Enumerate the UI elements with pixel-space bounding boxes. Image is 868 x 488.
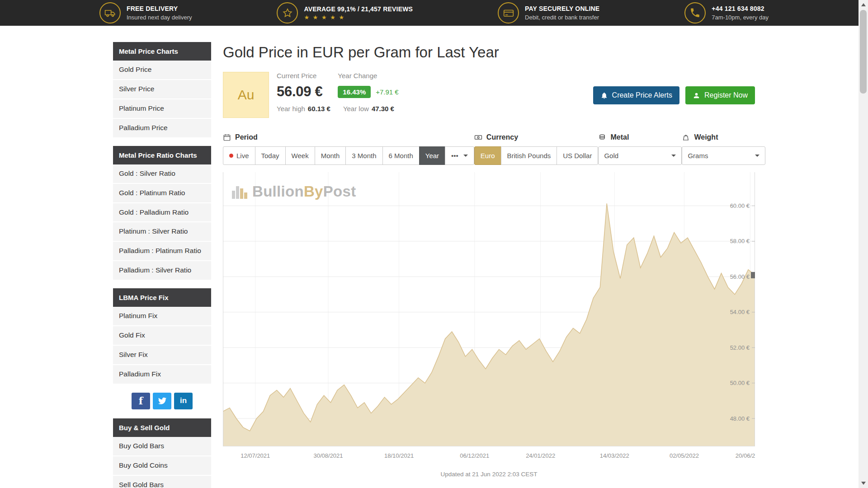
sidebar-item-gold-palladium-ratio[interactable]: Gold : Palladium Ratio	[113, 203, 211, 223]
sidebar-item-palladium-price[interactable]: Palladium Price	[113, 119, 211, 138]
sidebar-item-gold-fix[interactable]: Gold Fix	[113, 326, 211, 346]
svg-text:48.00 €: 48.00 €	[730, 415, 750, 422]
sidebar-item-palladium-silver-ratio[interactable]: Palladium : Silver Ratio	[113, 261, 211, 281]
metal-control: Metal Gold	[598, 133, 682, 165]
sidebar-item-silver-price[interactable]: Silver Price	[113, 80, 211, 99]
currency-gbp-button[interactable]: British Pounds	[501, 146, 557, 165]
period-3month-button[interactable]: 3 Month	[345, 146, 382, 165]
period-more-button[interactable]: •••	[445, 146, 474, 165]
metal-label: Metal	[598, 133, 682, 141]
topbar-title: FREE DELIVERY	[127, 5, 192, 12]
sidebar-section-lbma-price-fix: LBMA Price Fix Platinum Fix Gold Fix Sil…	[113, 288, 211, 385]
up-triangle-icon	[861, 3, 866, 6]
element-symbol-badge: Au	[223, 72, 269, 118]
sidebar-header-buy-sell-gold: Buy & Sell Gold	[113, 418, 211, 437]
period-6month-button[interactable]: 6 Month	[382, 146, 420, 165]
topbar-subtitle: Debit, credit or bank transfer	[525, 14, 599, 21]
page-title: Gold Price in EUR per Gram for Last Year	[223, 44, 755, 61]
topbar-title: PAY SECURELY ONLINE	[525, 5, 599, 12]
sidebar: Metal Price Charts Gold Price Silver Pri…	[113, 42, 211, 488]
topbar-item-reviews: AVERAGE 99,1% / 21,457 REVIEWS ★ ★ ★ ★ ★	[277, 2, 413, 23]
sidebar-header-lbma-price-fix: LBMA Price Fix	[113, 288, 211, 307]
sidebar-item-palladium-fix[interactable]: Palladium Fix	[113, 365, 211, 385]
year-low: Year low47.30 €	[343, 105, 394, 113]
register-now-button[interactable]: Register Now	[685, 86, 755, 104]
price-chart-svg: 60.00 €58.00 €56.00 €54.00 €52.00 €50.00…	[223, 172, 755, 464]
sidebar-item-silver-fix[interactable]: Silver Fix	[113, 346, 211, 365]
svg-text:20/06/2022: 20/06/2022	[736, 452, 755, 459]
linkedin-glyph: in	[180, 396, 187, 405]
currency-usd-button[interactable]: US Dollar	[557, 146, 598, 165]
sidebar-item-buy-gold-coins[interactable]: Buy Gold Coins	[113, 456, 211, 476]
period-control: Period Live Today Week Month 3 Month 6 M…	[223, 133, 474, 165]
chart-updated-timestamp: Updated at 21 Jun 2022 2:03 CEST	[223, 471, 755, 478]
period-week-button[interactable]: Week	[285, 146, 315, 165]
weight-label: Weight	[682, 133, 765, 141]
svg-text:54.00 €: 54.00 €	[730, 309, 750, 315]
sidebar-item-gold-price[interactable]: Gold Price	[113, 61, 211, 80]
create-price-alerts-label: Create Price Alerts	[612, 91, 672, 99]
sidebar-item-sell-gold-bars[interactable]: Sell Gold Bars	[113, 476, 211, 488]
currency-label: Currency	[474, 133, 599, 141]
phone-icon	[684, 2, 706, 23]
svg-text:18/10/2021: 18/10/2021	[384, 452, 414, 459]
currency-button-group: Euro British Pounds US Dollar	[474, 146, 599, 165]
year-change-label: Year Change	[338, 72, 398, 80]
topbar-subtitle: Insured next day delivery	[127, 14, 192, 21]
bell-icon	[600, 92, 608, 99]
create-price-alerts-button[interactable]: Create Price Alerts	[593, 86, 679, 104]
scrollbar-thumb[interactable]	[860, 10, 867, 94]
current-price-value: 56.09 €	[277, 84, 322, 100]
sidebar-item-platinum-silver-ratio[interactable]: Platinum : Silver Ratio	[113, 222, 211, 242]
period-label: Period	[223, 133, 474, 141]
period-live-button[interactable]: Live	[223, 146, 255, 165]
sidebar-section-ratio-charts: Metal Price Ratio Charts Gold : Silver R…	[113, 146, 211, 281]
sidebar-item-gold-platinum-ratio[interactable]: Gold : Platinum Ratio	[113, 184, 211, 203]
period-today-button[interactable]: Today	[255, 146, 286, 165]
currency-control: Currency Euro British Pounds US Dollar	[474, 133, 599, 165]
facebook-glyph: f	[139, 395, 143, 407]
svg-text:14/03/2022: 14/03/2022	[600, 452, 629, 459]
sidebar-item-gold-silver-ratio[interactable]: Gold : Silver Ratio	[113, 164, 211, 184]
scrollbar-down-arrow[interactable]	[859, 479, 868, 488]
sidebar-item-buy-gold-bars[interactable]: Buy Gold Bars	[113, 437, 211, 456]
svg-text:02/05/2022: 02/05/2022	[670, 452, 699, 459]
svg-text:30/08/2021: 30/08/2021	[314, 452, 343, 459]
live-dot-icon	[229, 154, 233, 158]
svg-text:24/01/2022: 24/01/2022	[526, 452, 555, 459]
scrollbar-up-arrow[interactable]	[859, 0, 868, 9]
weight-icon	[682, 133, 690, 141]
calendar-icon	[223, 133, 231, 141]
facebook-icon[interactable]: f	[132, 393, 150, 409]
weight-select[interactable]: Grams	[682, 146, 765, 165]
metal-select[interactable]: Gold	[598, 146, 682, 165]
metal-select-value: Gold	[604, 152, 618, 160]
svg-text:56.00 €: 56.00 €	[730, 273, 750, 280]
year-high-label: Year high	[277, 105, 305, 113]
svg-text:60.00 €: 60.00 €	[730, 202, 750, 209]
price-chart[interactable]: 60.00 €58.00 €56.00 €54.00 €52.00 €50.00…	[223, 172, 755, 465]
period-month-button[interactable]: Month	[315, 146, 346, 165]
currency-euro-button[interactable]: Euro	[474, 146, 501, 165]
year-change-percent-badge: 16.43%	[338, 86, 371, 98]
current-price-label: Current Price	[277, 72, 322, 80]
rating-stars: ★ ★ ★ ★ ★	[304, 14, 413, 21]
twitter-icon[interactable]	[153, 393, 171, 409]
period-button-group: Live Today Week Month 3 Month 6 Month Ye…	[223, 146, 474, 165]
topbar-subtitle: 7am-10pm, every day	[712, 14, 769, 21]
sidebar-header-ratio-charts: Metal Price Ratio Charts	[113, 146, 211, 164]
svg-text:12/07/2021: 12/07/2021	[241, 452, 270, 459]
topbar-item-pay-securely: PAY SECURELY ONLINE Debit, credit or ban…	[498, 2, 599, 23]
browser-scrollbar[interactable]	[859, 0, 868, 488]
sidebar-item-platinum-fix[interactable]: Platinum Fix	[113, 307, 211, 326]
sidebar-item-palladium-platinum-ratio[interactable]: Palladium : Platinum Ratio	[113, 242, 211, 261]
price-summary-panel: Au Current Price 56.09 € Year Change 16.…	[223, 72, 755, 118]
truck-icon	[99, 2, 121, 23]
main-content: Gold Price in EUR per Gram for Last Year…	[223, 42, 755, 488]
linkedin-icon[interactable]: in	[174, 393, 193, 409]
svg-text:50.00 €: 50.00 €	[730, 380, 750, 386]
year-low-label: Year low	[343, 105, 369, 113]
period-year-button[interactable]: Year	[419, 146, 445, 165]
sidebar-item-platinum-price[interactable]: Platinum Price	[113, 99, 211, 119]
topbar: FREE DELIVERY Insured next day delivery …	[0, 0, 868, 26]
